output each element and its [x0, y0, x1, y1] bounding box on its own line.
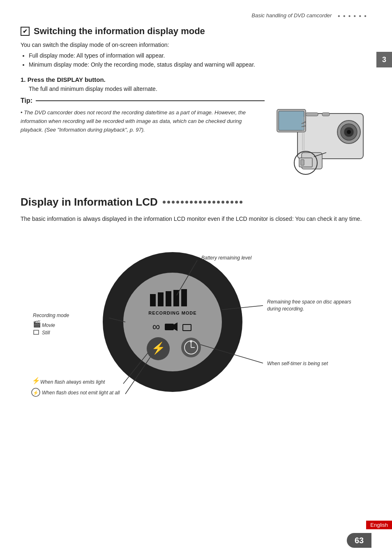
bullet-item-2: Minimum display mode: Only the recording… [29, 61, 371, 68]
header-title: Basic handling of DVD camcorder [251, 12, 332, 19]
svg-text:∞: ∞ [152, 320, 160, 333]
svg-text:Movie: Movie [42, 322, 55, 328]
svg-text:⚡: ⚡ [33, 390, 39, 396]
svg-rect-9 [322, 113, 330, 116]
svg-text:during recording.: during recording. [267, 306, 304, 312]
svg-text:RECORDING MODE: RECORDING MODE [148, 310, 196, 315]
step1-desc: The full and minimum display modes will … [29, 86, 371, 92]
svg-text:Recording mode: Recording mode [33, 313, 69, 318]
page-number: 63 [347, 533, 371, 548]
svg-rect-17 [301, 160, 304, 165]
section1-title: ✔ Switching the information display mode [21, 26, 371, 37]
svg-rect-27 [165, 324, 174, 330]
svg-text:🎬: 🎬 [33, 320, 41, 328]
lcd-diagram: RECORDING MODE ∞ ⚡ [21, 236, 371, 408]
svg-point-19 [123, 273, 222, 371]
lcd-diagram-svg: RECORDING MODE ∞ ⚡ [21, 236, 374, 408]
section2-intro: The basic information is always displaye… [21, 214, 371, 223]
svg-point-36 [190, 340, 192, 343]
svg-text:Remaining free space on disc a: Remaining free space on disc appears [267, 299, 351, 305]
svg-rect-2 [279, 111, 304, 130]
svg-rect-47 [34, 330, 39, 334]
bullet-list: Full display mode: All types of informat… [29, 52, 371, 68]
tip-text: The DVD camcorder does not record the re… [21, 109, 265, 134]
svg-text:⚡: ⚡ [151, 341, 166, 355]
svg-rect-21 [158, 292, 164, 306]
checkbox-icon: ✔ [21, 27, 30, 36]
camera-illustration [273, 97, 371, 179]
svg-text:Still: Still [42, 330, 50, 336]
section-number-badge: 3 [376, 52, 392, 67]
svg-rect-22 [166, 291, 171, 306]
tip-label: Tip: [21, 97, 265, 104]
english-badge: English [366, 521, 392, 529]
svg-point-6 [347, 130, 351, 134]
svg-text:⚡: ⚡ [32, 377, 40, 385]
section1-intro: You can switch the display mode of on-sc… [21, 42, 371, 48]
bullet-item-1: Full display mode: All types of informat… [29, 52, 371, 59]
tip-line-decoration [36, 100, 265, 101]
step1-header: 1. Press the DISPLAY button. [21, 76, 371, 83]
tip-section: Tip: The DVD camcorder does not record t… [21, 97, 371, 179]
svg-text:When self-timer is being set: When self-timer is being set [267, 361, 328, 366]
svg-text:When flash always emits light: When flash always emits light [40, 379, 105, 385]
svg-rect-20 [150, 294, 156, 306]
svg-text:When flash does not emit light: When flash does not emit light at all [42, 390, 120, 396]
svg-rect-8 [306, 113, 318, 116]
svg-rect-24 [181, 289, 187, 306]
lcd-dots-decoration [163, 201, 242, 204]
page-header: Basic handling of DVD camcorder ● ● ● ● … [21, 12, 371, 19]
tip-content: Tip: The DVD camcorder does not record t… [21, 97, 265, 134]
section2-title: Display in Information LCD [21, 196, 371, 208]
svg-text:Battery remaining level: Battery remaining level [201, 255, 251, 261]
header-dots: ● ● ● ● ● ● [338, 14, 367, 18]
